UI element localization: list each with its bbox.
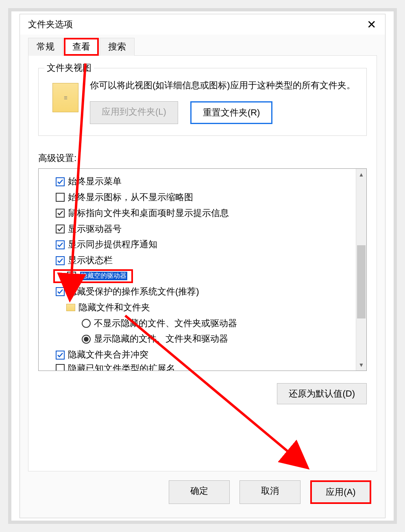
radio-icon[interactable]: [82, 319, 91, 328]
checkbox-icon[interactable]: [56, 225, 65, 233]
tabs: 常规 查看 搜索: [28, 38, 377, 56]
list-item-label: 隐藏文件和文件夹: [78, 301, 150, 314]
apply-to-folders-button[interactable]: 应用到文件夹(L): [90, 101, 178, 124]
reset-folders-button[interactable]: 重置文件夹(R): [190, 101, 273, 124]
group-legend: 文件夹视图: [44, 62, 94, 74]
tab-general[interactable]: 常规: [28, 38, 63, 56]
advanced-settings-list[interactable]: 始终显示菜单始终显示图标，从不显示缩略图鼠标指向文件夹和桌面项时显示提示信息显示…: [38, 168, 367, 371]
list-item-label: 隐藏受保护的操作系统文件(推荐): [68, 286, 199, 298]
apply-button[interactable]: 应用(A): [310, 480, 371, 504]
checkbox-icon[interactable]: [56, 351, 65, 360]
apply-to-folders-label: 应用到文件夹(L): [102, 107, 166, 117]
tab-view-label: 查看: [72, 41, 90, 52]
ok-label: 确定: [190, 486, 208, 496]
list-item[interactable]: 不显示隐藏的文件、文件夹或驱动器: [41, 316, 353, 331]
checkbox-icon[interactable]: [67, 272, 76, 281]
list-item[interactable]: 隐藏受保护的操作系统文件(推荐): [41, 284, 353, 300]
checkbox-icon[interactable]: [56, 287, 65, 296]
list-item[interactable]: 始终显示菜单: [41, 174, 353, 190]
checkbox-icon[interactable]: [56, 209, 65, 218]
radio-icon[interactable]: [82, 335, 91, 344]
list-item-label: 隐藏已知文件类型的扩展名: [68, 363, 175, 371]
checkbox-icon[interactable]: [56, 177, 65, 186]
list-item-label: 显示隐藏的文件、文件夹和驱动器: [94, 333, 228, 345]
list-item-label: 鼠标指向文件夹和桌面项时显示提示信息: [68, 207, 229, 220]
list-item[interactable]: 显示状态栏: [41, 253, 353, 268]
restore-defaults-button[interactable]: 还原为默认值(D): [277, 383, 367, 404]
list-item-highlighted[interactable]: 隐藏空的驱动器: [53, 269, 133, 283]
cancel-button[interactable]: 取消: [240, 480, 300, 504]
tab-general-label: 常规: [37, 41, 54, 52]
folder-icon: ☰: [52, 83, 78, 112]
list-item[interactable]: 隐藏已知文件类型的扩展名: [41, 363, 353, 371]
tab-panel: 文件夹视图 ☰ 你可以将此视图(如详细信息或图标)应用于这种类型的所有文件夹。 …: [28, 55, 377, 471]
tab-view[interactable]: 查看: [64, 38, 99, 56]
checkbox-icon[interactable]: [56, 364, 65, 371]
scroll-thumb[interactable]: [357, 245, 366, 318]
list-item-label: 始终显示菜单: [68, 175, 122, 188]
list-item-label: 隐藏空的驱动器: [80, 272, 127, 280]
close-icon: ✕: [367, 18, 376, 31]
tab-search[interactable]: 搜索: [100, 38, 135, 56]
list-item-label: 显示状态栏: [68, 254, 113, 267]
window-title: 文件夹选项: [28, 18, 362, 31]
apply-label: 应用(A): [326, 487, 355, 497]
folder-mini-icon: [66, 304, 75, 311]
list-item[interactable]: 鼠标指向文件夹和桌面项时显示提示信息: [41, 205, 353, 221]
folder-views-text: 你可以将此视图(如详细信息或图标)应用于这种类型的所有文件夹。: [90, 78, 358, 92]
list-item-label: 不显示隐藏的文件、文件夹或驱动器: [94, 317, 237, 330]
reset-folders-label: 重置文件夹(R): [203, 107, 260, 118]
folder-views-group: 文件夹视图 ☰ 你可以将此视图(如详细信息或图标)应用于这种类型的所有文件夹。 …: [38, 68, 367, 136]
list-item[interactable]: 显示隐藏的文件、文件夹和驱动器: [41, 331, 353, 347]
list-item-label: 始终显示图标，从不显示缩略图: [68, 191, 193, 204]
dialog-footer: 确定 取消 应用(A): [28, 471, 377, 510]
checkbox-icon[interactable]: [56, 193, 65, 202]
scroll-down-icon[interactable]: ▼: [356, 359, 366, 371]
list-item[interactable]: 隐藏文件夹合并冲突: [41, 347, 353, 363]
checkbox-icon[interactable]: [56, 256, 65, 265]
list-item-label: 隐藏文件夹合并冲突: [68, 349, 148, 361]
titlebar: 文件夹选项 ✕: [20, 14, 385, 35]
list-item[interactable]: 始终显示图标，从不显示缩略图: [41, 190, 353, 205]
folder-options-dialog: 文件夹选项 ✕ 常规 查看 搜索 文件夹视图 ☰ 你可以将此视图(如详细信息: [20, 14, 385, 518]
list-item-label: 显示同步提供程序通知: [68, 238, 157, 251]
list-item-label: 显示驱动器号: [68, 223, 122, 235]
list-item[interactable]: 显示驱动器号: [41, 221, 353, 237]
close-button[interactable]: ✕: [362, 15, 380, 33]
scrollbar[interactable]: ▲ ▼: [356, 169, 366, 371]
cancel-label: 取消: [261, 486, 279, 496]
checkbox-icon[interactable]: [56, 240, 65, 249]
scroll-track[interactable]: [356, 180, 366, 359]
restore-defaults-label: 还原为默认值(D): [289, 388, 355, 399]
list-item[interactable]: 隐藏文件和文件夹: [41, 300, 353, 316]
ok-button[interactable]: 确定: [169, 480, 230, 504]
scroll-up-icon[interactable]: ▲: [356, 169, 366, 180]
list-item[interactable]: 显示同步提供程序通知: [41, 237, 353, 253]
tab-search-label: 搜索: [108, 41, 126, 52]
advanced-label: 高级设置:: [38, 152, 367, 164]
